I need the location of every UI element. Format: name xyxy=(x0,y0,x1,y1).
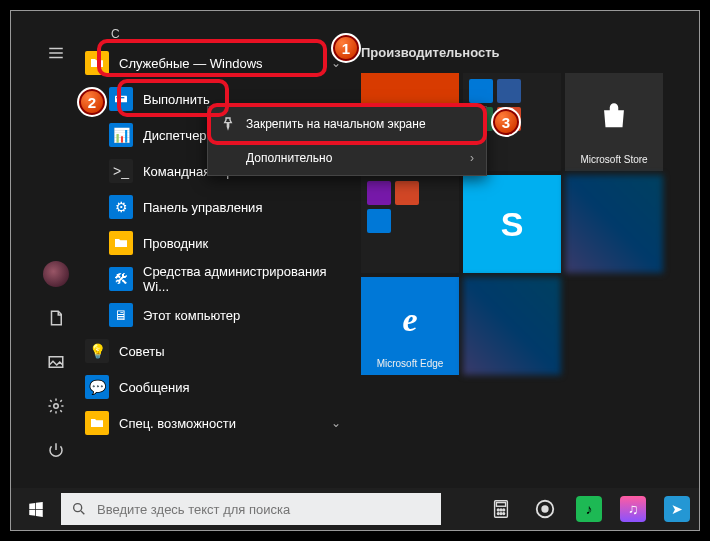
svg-rect-6 xyxy=(496,503,505,507)
app-label: Выполнить xyxy=(143,92,210,107)
svg-point-11 xyxy=(500,513,502,515)
context-label: Дополнительно xyxy=(246,151,332,165)
chevron-right-icon: › xyxy=(470,151,474,165)
calculator-icon xyxy=(490,498,512,520)
tile-misc-1[interactable] xyxy=(361,175,459,273)
app-admin-tools[interactable]: 🛠 Средства администрирования Wi... xyxy=(81,261,351,297)
tile-blurred-2[interactable] xyxy=(463,277,561,375)
control-panel-icon: ⚙ xyxy=(109,195,133,219)
svg-point-8 xyxy=(500,509,502,511)
settings-icon[interactable] xyxy=(31,384,81,428)
app-explorer[interactable]: Проводник xyxy=(81,225,351,261)
messages-icon: 💬 xyxy=(85,375,109,399)
search-icon xyxy=(71,501,87,517)
svg-point-12 xyxy=(503,513,505,515)
svg-point-9 xyxy=(503,509,505,511)
start-button[interactable] xyxy=(11,488,61,530)
context-pin-to-start[interactable]: Закрепить на начальном экране xyxy=(208,107,486,141)
pictures-icon[interactable] xyxy=(31,340,81,384)
svg-point-1 xyxy=(54,404,59,409)
taskbar: ♪ ♫ ➤ xyxy=(11,488,699,530)
app-label: Панель управления xyxy=(143,200,262,215)
folder-system-windows[interactable]: Служебные — Windows ⌄ xyxy=(81,45,351,81)
letter-header[interactable]: С xyxy=(81,25,351,45)
tile-store[interactable]: Microsoft Store xyxy=(565,73,663,171)
explorer-icon xyxy=(109,231,133,255)
start-left-rail xyxy=(31,31,81,472)
context-menu: Закрепить на начальном экране Дополнител… xyxy=(207,106,487,176)
svg-point-14 xyxy=(542,506,548,512)
telegram-icon: ➤ xyxy=(664,496,690,522)
taskbar-podcast[interactable] xyxy=(523,488,567,530)
taskbar-telegram[interactable]: ➤ xyxy=(655,488,699,530)
app-control-panel[interactable]: ⚙ Панель управления xyxy=(81,189,351,225)
svg-point-4 xyxy=(74,504,82,512)
podcast-icon xyxy=(534,498,556,520)
tile-edge[interactable]: e Microsoft Edge xyxy=(361,277,459,375)
edge-icon: e xyxy=(402,281,417,358)
taskmgr-icon: 📊 xyxy=(109,123,133,147)
taskbar-calculator[interactable] xyxy=(479,488,523,530)
tile-label: Microsoft Edge xyxy=(377,358,444,371)
cmd-icon: >_ xyxy=(109,159,133,183)
store-icon xyxy=(597,77,631,154)
chevron-down-icon: ⌄ xyxy=(331,416,341,430)
itunes-icon: ♫ xyxy=(620,496,646,522)
svg-rect-2 xyxy=(115,96,127,103)
taskbar-search[interactable] xyxy=(61,493,441,525)
annotation-badge-3: 3 xyxy=(491,107,521,137)
app-label: Советы xyxy=(119,344,164,359)
tile-skype[interactable]: S xyxy=(463,175,561,273)
annotation-badge-1: 1 xyxy=(331,33,361,63)
app-label: Средства администрирования Wi... xyxy=(143,264,351,294)
windows-icon xyxy=(27,500,45,518)
annotation-badge-2: 2 xyxy=(77,87,107,117)
app-tips[interactable]: 💡 Советы xyxy=(81,333,351,369)
context-label: Закрепить на начальном экране xyxy=(246,117,426,131)
pc-icon: 🖥 xyxy=(109,303,133,327)
admin-tools-icon: 🛠 xyxy=(109,267,133,291)
power-icon[interactable] xyxy=(31,428,81,472)
svg-point-10 xyxy=(497,513,499,515)
hamburger-icon[interactable] xyxy=(31,31,81,75)
search-input[interactable] xyxy=(97,502,431,517)
spotify-icon: ♪ xyxy=(576,496,602,522)
context-more[interactable]: Дополнительно › xyxy=(208,141,486,175)
start-app-list: С Служебные — Windows ⌄ Выполнить 📊 Дисп… xyxy=(81,25,351,480)
taskbar-spotify[interactable]: ♪ xyxy=(567,488,611,530)
run-icon xyxy=(109,87,133,111)
tile-blurred-1[interactable] xyxy=(565,175,663,273)
folder-accessibility[interactable]: Спец. возможности ⌄ xyxy=(81,405,351,441)
tile-label: Microsoft Store xyxy=(580,154,647,167)
tile-group-title[interactable]: Производительность xyxy=(361,45,500,60)
tips-icon: 💡 xyxy=(85,339,109,363)
app-this-pc[interactable]: 🖥 Этот компьютер xyxy=(81,297,351,333)
documents-icon[interactable] xyxy=(31,296,81,340)
app-label: Проводник xyxy=(143,236,208,251)
folder-icon xyxy=(85,51,109,75)
user-avatar[interactable] xyxy=(31,252,81,296)
folder-icon xyxy=(85,411,109,435)
svg-point-7 xyxy=(497,509,499,511)
app-label: Сообщения xyxy=(119,380,190,395)
taskbar-itunes[interactable]: ♫ xyxy=(611,488,655,530)
svg-rect-3 xyxy=(116,97,124,98)
app-label: Спец. возможности xyxy=(119,416,236,431)
pin-icon xyxy=(220,116,236,132)
app-label: Служебные — Windows xyxy=(119,56,263,71)
skype-icon: S xyxy=(501,179,524,269)
app-messages[interactable]: 💬 Сообщения xyxy=(81,369,351,405)
app-label: Этот компьютер xyxy=(143,308,240,323)
